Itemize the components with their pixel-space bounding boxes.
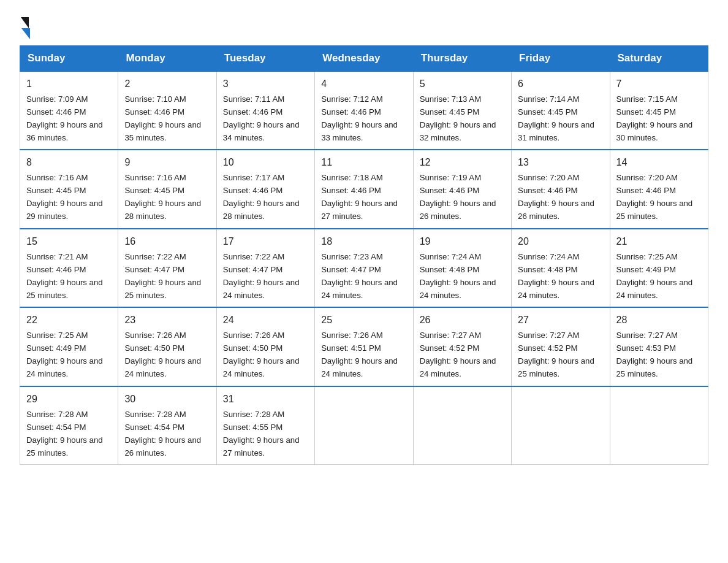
day-info: Sunrise: 7:27 AMSunset: 4:52 PMDaylight:… [518, 331, 594, 378]
calendar-cell: 15Sunrise: 7:21 AMSunset: 4:46 PMDayligh… [20, 229, 118, 307]
calendar-cell [315, 386, 413, 465]
logo-blue-text [20, 28, 30, 39]
day-info: Sunrise: 7:12 AMSunset: 4:46 PMDaylight:… [321, 94, 398, 142]
calendar-cell: 10Sunrise: 7:17 AMSunset: 4:46 PMDayligh… [216, 150, 314, 228]
day-info: Sunrise: 7:24 AMSunset: 4:48 PMDaylight:… [420, 252, 496, 300]
day-number: 12 [420, 155, 505, 170]
day-info: Sunrise: 7:13 AMSunset: 4:45 PMDaylight:… [420, 94, 496, 142]
day-number: 10 [223, 155, 308, 170]
calendar-week-row-1: 1Sunrise: 7:09 AMSunset: 4:46 PMDaylight… [20, 71, 708, 150]
logo-triangle-black [21, 17, 29, 28]
day-info: Sunrise: 7:14 AMSunset: 4:45 PMDaylight:… [518, 94, 594, 142]
day-number: 13 [518, 155, 603, 170]
calendar-week-row-2: 8Sunrise: 7:16 AMSunset: 4:45 PMDaylight… [20, 150, 708, 228]
day-info: Sunrise: 7:26 AMSunset: 4:51 PMDaylight:… [321, 331, 398, 378]
day-number: 8 [26, 155, 112, 170]
day-info: Sunrise: 7:27 AMSunset: 4:52 PMDaylight:… [420, 331, 496, 378]
day-info: Sunrise: 7:23 AMSunset: 4:47 PMDaylight:… [321, 252, 398, 300]
day-number: 21 [616, 234, 702, 250]
day-info: Sunrise: 7:25 AMSunset: 4:49 PMDaylight:… [26, 331, 103, 378]
calendar-cell: 9Sunrise: 7:16 AMSunset: 4:45 PMDaylight… [118, 150, 216, 228]
day-number: 19 [420, 234, 505, 250]
calendar-cell: 28Sunrise: 7:27 AMSunset: 4:53 PMDayligh… [610, 307, 708, 386]
day-number: 15 [26, 234, 112, 250]
calendar-header-row: SundayMondayTuesdayWednesdayThursdayFrid… [20, 46, 708, 72]
day-info: Sunrise: 7:17 AMSunset: 4:46 PMDaylight:… [223, 173, 300, 221]
calendar-cell: 27Sunrise: 7:27 AMSunset: 4:52 PMDayligh… [512, 307, 610, 386]
day-number: 22 [26, 313, 112, 328]
calendar-header-monday: Monday [118, 46, 216, 72]
calendar-cell: 20Sunrise: 7:24 AMSunset: 4:48 PMDayligh… [512, 229, 610, 307]
day-info: Sunrise: 7:26 AMSunset: 4:50 PMDaylight:… [124, 331, 201, 378]
calendar-cell: 12Sunrise: 7:19 AMSunset: 4:46 PMDayligh… [413, 150, 511, 228]
day-info: Sunrise: 7:20 AMSunset: 4:46 PMDaylight:… [616, 173, 693, 221]
day-info: Sunrise: 7:28 AMSunset: 4:54 PMDaylight:… [26, 410, 103, 458]
calendar-cell: 1Sunrise: 7:09 AMSunset: 4:46 PMDaylight… [20, 71, 118, 150]
day-info: Sunrise: 7:16 AMSunset: 4:45 PMDaylight:… [26, 173, 103, 221]
day-number: 29 [26, 392, 112, 407]
day-number: 24 [223, 313, 308, 328]
calendar-cell: 5Sunrise: 7:13 AMSunset: 4:45 PMDaylight… [413, 71, 511, 150]
calendar-cell: 11Sunrise: 7:18 AMSunset: 4:46 PMDayligh… [315, 150, 413, 228]
calendar-cell: 26Sunrise: 7:27 AMSunset: 4:52 PMDayligh… [413, 307, 511, 386]
day-number: 30 [124, 392, 210, 407]
logo [20, 15, 30, 39]
day-info: Sunrise: 7:27 AMSunset: 4:53 PMDaylight:… [616, 331, 693, 378]
day-info: Sunrise: 7:10 AMSunset: 4:46 PMDaylight:… [124, 94, 201, 142]
day-number: 6 [518, 77, 603, 92]
day-info: Sunrise: 7:11 AMSunset: 4:46 PMDaylight:… [223, 94, 300, 142]
day-number: 3 [223, 77, 308, 92]
day-number: 28 [616, 313, 702, 328]
day-info: Sunrise: 7:20 AMSunset: 4:46 PMDaylight:… [518, 173, 594, 221]
calendar-cell: 29Sunrise: 7:28 AMSunset: 4:54 PMDayligh… [20, 386, 118, 465]
day-number: 17 [223, 234, 308, 250]
calendar-cell: 17Sunrise: 7:22 AMSunset: 4:47 PMDayligh… [216, 229, 314, 307]
day-number: 5 [420, 77, 505, 92]
calendar-cell [512, 386, 610, 465]
day-number: 7 [616, 77, 702, 92]
calendar-week-row-4: 22Sunrise: 7:25 AMSunset: 4:49 PMDayligh… [20, 307, 708, 386]
day-number: 20 [518, 234, 603, 250]
calendar-week-row-3: 15Sunrise: 7:21 AMSunset: 4:46 PMDayligh… [20, 229, 708, 307]
calendar-week-row-5: 29Sunrise: 7:28 AMSunset: 4:54 PMDayligh… [20, 386, 708, 465]
calendar-cell: 3Sunrise: 7:11 AMSunset: 4:46 PMDaylight… [216, 71, 314, 150]
calendar-cell: 19Sunrise: 7:24 AMSunset: 4:48 PMDayligh… [413, 229, 511, 307]
day-info: Sunrise: 7:21 AMSunset: 4:46 PMDaylight:… [26, 252, 103, 300]
day-number: 27 [518, 313, 603, 328]
day-number: 23 [124, 313, 210, 328]
day-number: 26 [420, 313, 505, 328]
day-info: Sunrise: 7:22 AMSunset: 4:47 PMDaylight:… [124, 252, 201, 300]
day-number: 4 [321, 77, 406, 92]
calendar-header-friday: Friday [512, 46, 610, 72]
calendar-cell: 8Sunrise: 7:16 AMSunset: 4:45 PMDaylight… [20, 150, 118, 228]
calendar-cell: 6Sunrise: 7:14 AMSunset: 4:45 PMDaylight… [512, 71, 610, 150]
calendar-cell: 23Sunrise: 7:26 AMSunset: 4:50 PMDayligh… [118, 307, 216, 386]
day-number: 18 [321, 234, 406, 250]
calendar-cell: 14Sunrise: 7:20 AMSunset: 4:46 PMDayligh… [610, 150, 708, 228]
day-info: Sunrise: 7:28 AMSunset: 4:54 PMDaylight:… [124, 410, 201, 458]
calendar-cell: 2Sunrise: 7:10 AMSunset: 4:46 PMDaylight… [118, 71, 216, 150]
calendar-cell: 16Sunrise: 7:22 AMSunset: 4:47 PMDayligh… [118, 229, 216, 307]
logo-triangle-blue [21, 28, 30, 39]
calendar-cell: 18Sunrise: 7:23 AMSunset: 4:47 PMDayligh… [315, 229, 413, 307]
page-header [20, 15, 708, 39]
calendar-header-saturday: Saturday [610, 46, 708, 72]
calendar-cell [610, 386, 708, 465]
day-info: Sunrise: 7:28 AMSunset: 4:55 PMDaylight:… [223, 410, 300, 458]
day-info: Sunrise: 7:16 AMSunset: 4:45 PMDaylight:… [124, 173, 201, 221]
day-info: Sunrise: 7:19 AMSunset: 4:46 PMDaylight:… [420, 173, 496, 221]
day-number: 25 [321, 313, 406, 328]
day-info: Sunrise: 7:15 AMSunset: 4:45 PMDaylight:… [616, 94, 693, 142]
calendar-table: SundayMondayTuesdayWednesdayThursdayFrid… [20, 45, 708, 465]
day-number: 11 [321, 155, 406, 170]
day-number: 16 [124, 234, 210, 250]
calendar-cell: 31Sunrise: 7:28 AMSunset: 4:55 PMDayligh… [216, 386, 314, 465]
calendar-cell: 22Sunrise: 7:25 AMSunset: 4:49 PMDayligh… [20, 307, 118, 386]
calendar-cell: 13Sunrise: 7:20 AMSunset: 4:46 PMDayligh… [512, 150, 610, 228]
calendar-header-sunday: Sunday [20, 46, 118, 72]
day-number: 2 [124, 77, 210, 92]
calendar-header-wednesday: Wednesday [315, 46, 413, 72]
day-number: 1 [26, 77, 112, 92]
calendar-header-thursday: Thursday [413, 46, 511, 72]
calendar-header-tuesday: Tuesday [216, 46, 314, 72]
